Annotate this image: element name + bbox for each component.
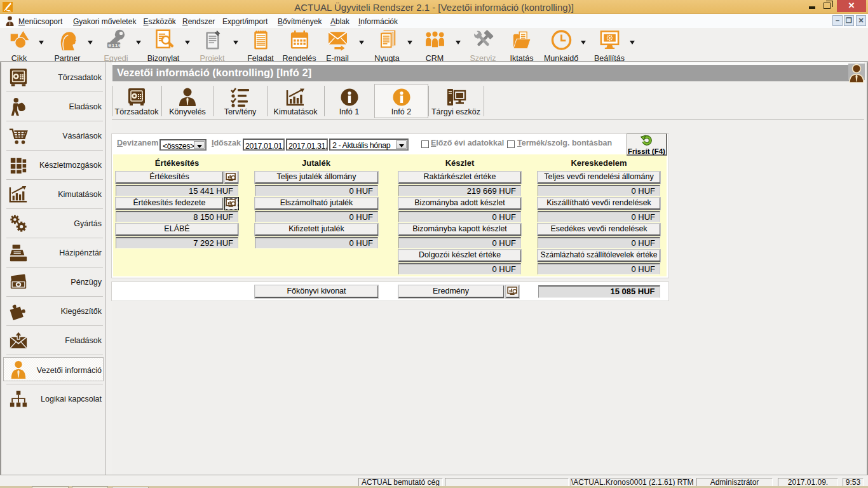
svg-text:0110: 0110 — [108, 43, 121, 48]
